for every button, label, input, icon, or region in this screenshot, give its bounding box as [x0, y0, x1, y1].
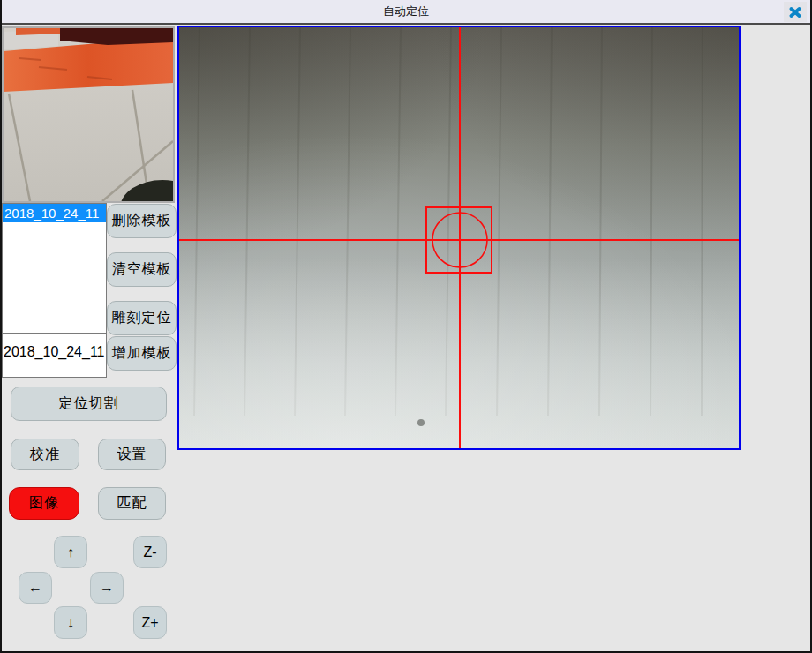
- template-list-item[interactable]: 2018_10_24_11: [3, 204, 106, 222]
- match-button[interactable]: 匹配: [98, 487, 166, 520]
- titlebar: 自动定位: [2, 0, 810, 25]
- left-arrow-icon: ←: [28, 580, 42, 596]
- delete-template-button[interactable]: 删除模板: [107, 204, 177, 238]
- jog-z-minus-button[interactable]: Z-: [133, 536, 167, 568]
- window-title: 自动定位: [383, 4, 429, 19]
- jog-down-button[interactable]: ↓: [54, 606, 87, 639]
- close-button[interactable]: [784, 2, 807, 22]
- jog-up-button[interactable]: ↑: [54, 536, 87, 568]
- z-plus-label: Z+: [141, 615, 158, 631]
- engrave-position-button[interactable]: 雕刻定位: [107, 301, 177, 335]
- settings-button[interactable]: 设置: [98, 439, 166, 470]
- close-icon: [788, 6, 802, 19]
- template-preview: [2, 26, 175, 203]
- add-template-button[interactable]: 增加模板: [107, 336, 177, 371]
- camera-feed: [179, 27, 739, 448]
- position-cut-button[interactable]: 定位切割: [11, 387, 167, 421]
- down-arrow-icon: ↓: [67, 615, 74, 631]
- template-name-input[interactable]: [2, 334, 107, 378]
- calibrate-button[interactable]: 校准: [11, 439, 79, 470]
- camera-view: [177, 26, 741, 450]
- right-arrow-icon: →: [100, 580, 114, 596]
- jog-left-button[interactable]: ←: [19, 572, 52, 604]
- template-preview-image: [4, 28, 173, 201]
- auto-positioning-window: 自动定位: [0, 0, 812, 653]
- up-arrow-icon: ↑: [67, 544, 74, 560]
- template-list: 2018_10_24_11: [2, 203, 107, 334]
- clear-templates-button[interactable]: 清空模板: [107, 252, 177, 287]
- jog-right-button[interactable]: →: [90, 572, 124, 604]
- image-button[interactable]: 图像: [9, 487, 79, 520]
- z-minus-label: Z-: [143, 544, 156, 560]
- jog-z-plus-button[interactable]: Z+: [133, 606, 167, 639]
